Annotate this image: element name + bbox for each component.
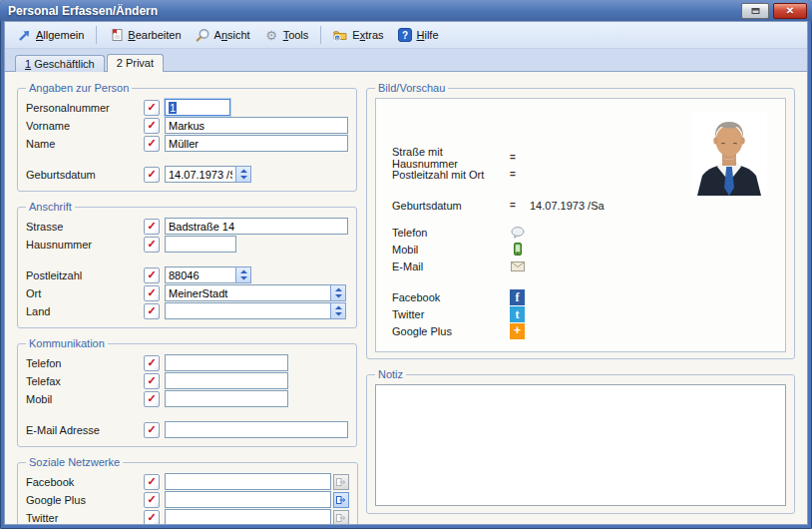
- left-column: Angaben zur Person Personalnummer ✓ 1 Vo…: [17, 82, 354, 516]
- open-link-icon: [336, 495, 346, 505]
- telefon-label: Telefon: [26, 357, 144, 369]
- close-button[interactable]: ✕: [773, 3, 807, 19]
- twitter-input[interactable]: [165, 509, 331, 524]
- check-icon[interactable]: ✓: [144, 510, 160, 525]
- preview-facebook-label: Facebook: [392, 291, 510, 303]
- telefon-input[interactable]: [165, 354, 288, 371]
- tab-geschaeftlich[interactable]: 1 Geschäftlich: [15, 55, 105, 72]
- group-kommunikation: Kommunikation Telefon ✓ Telefax ✓ Mobil …: [17, 337, 357, 447]
- group-title: Anschrift: [26, 201, 75, 213]
- twitter-label: Twitter: [26, 512, 144, 524]
- check-icon[interactable]: ✓: [144, 474, 160, 490]
- check-icon[interactable]: ✓: [144, 373, 160, 389]
- preview-twitter-label: Twitter: [392, 308, 510, 320]
- toolbar-allgemein[interactable]: Allgemein: [11, 26, 90, 45]
- toolbar-ansicht[interactable]: Ansicht: [190, 26, 256, 45]
- preview-geburtsdatum-label: Geburtsdatum: [392, 200, 510, 212]
- toolbar-separator: [320, 26, 321, 44]
- land-label: Land: [26, 305, 144, 317]
- geburtsdatum-spinner[interactable]: [235, 166, 251, 183]
- phone-bubble-icon: [510, 225, 526, 241]
- folder-icon: o: [333, 28, 348, 43]
- preview-plz-ort-label: Postleitzahl mit Ort: [392, 169, 510, 181]
- tab-strip: 1 Geschäftlich 2 Privat: [5, 49, 807, 71]
- spinner-icon: [334, 305, 343, 316]
- check-icon[interactable]: ✓: [144, 355, 160, 371]
- tab-privat[interactable]: 2 Privat: [107, 54, 164, 72]
- postleitzahl-input[interactable]: [165, 266, 236, 283]
- email-adresse-input[interactable]: [165, 421, 348, 438]
- facebook-input[interactable]: [165, 473, 331, 490]
- preview-strasse-label: Straße mit Hausnummer: [392, 146, 510, 170]
- tab-content-privat: Angaben zur Person Personalnummer ✓ 1 Vo…: [5, 71, 807, 524]
- facebook-open-button[interactable]: [333, 474, 349, 490]
- toolbar-bearbeiten[interactable]: Bearbeiten: [103, 26, 187, 45]
- group-angaben-zur-person: Angaben zur Person Personalnummer ✓ 1 Vo…: [17, 82, 357, 192]
- mobile-phone-icon: [510, 242, 526, 258]
- check-icon[interactable]: ✓: [144, 219, 160, 235]
- geburtsdatum-label: Geburtsdatum: [26, 169, 144, 181]
- hausnummer-label: Hausnummer: [26, 239, 144, 251]
- facebook-label: Facebook: [26, 476, 144, 488]
- ort-label: Ort: [26, 287, 144, 299]
- google-plus-icon: +: [510, 323, 525, 339]
- check-icon[interactable]: ✓: [144, 391, 160, 407]
- preview-google-plus-label: Google Plus: [392, 325, 510, 337]
- check-icon[interactable]: ✓: [144, 303, 160, 319]
- restore-button[interactable]: [741, 3, 769, 19]
- ort-dropdown-button[interactable]: [330, 284, 346, 301]
- gear-icon: ⚙: [264, 28, 279, 43]
- google-plus-input[interactable]: [165, 491, 331, 508]
- check-icon[interactable]: ✓: [144, 422, 160, 438]
- telefax-label: Telefax: [26, 375, 144, 387]
- check-icon[interactable]: ✓: [144, 237, 160, 253]
- notiz-textarea[interactable]: [375, 384, 786, 506]
- land-input[interactable]: [165, 302, 331, 319]
- vorname-label: Vorname: [26, 120, 144, 132]
- main-toolbar: Allgemein Bearbeiten Ansicht ⚙ Tools: [5, 22, 807, 49]
- geburtsdatum-input[interactable]: [165, 166, 236, 183]
- personalnummer-input[interactable]: 1: [165, 99, 230, 116]
- toolbar-extras[interactable]: o Extras: [327, 26, 389, 45]
- svg-text:?: ?: [402, 30, 408, 41]
- preview-panel: Straße mit Hausnummer = Postleitzahl mit…: [375, 98, 786, 352]
- mobil-label: Mobil: [26, 393, 144, 405]
- check-icon[interactable]: ✓: [144, 136, 160, 152]
- mobil-input[interactable]: [165, 390, 288, 407]
- open-link-icon: [336, 513, 346, 523]
- check-icon[interactable]: ✓: [144, 100, 160, 116]
- restore-icon: [751, 7, 760, 15]
- twitter-open-button[interactable]: [333, 510, 349, 525]
- window-title: Personal Erfassen/Ändern: [8, 4, 737, 18]
- preview-geburtsdatum-value: 14.07.1973 /Sa: [530, 200, 605, 212]
- vorname-input[interactable]: [165, 117, 348, 134]
- telefax-input[interactable]: [165, 372, 288, 389]
- check-icon[interactable]: ✓: [144, 267, 160, 283]
- equals-sign: =: [510, 152, 524, 163]
- hausnummer-input[interactable]: [165, 236, 236, 253]
- strasse-input[interactable]: [165, 218, 348, 235]
- personalnummer-label: Personalnummer: [26, 102, 144, 114]
- toolbar-separator: [96, 26, 97, 44]
- postleitzahl-spinner[interactable]: [235, 266, 251, 283]
- app-window: Personal Erfassen/Ändern ✕ Allgemein: [0, 0, 812, 529]
- group-soziale-netzwerke: Soziale Netzwerke Facebook ✓ Google Plus…: [17, 456, 358, 524]
- check-icon[interactable]: ✓: [144, 492, 160, 508]
- preview-mobil-label: Mobil: [392, 244, 510, 256]
- toolbar-tools[interactable]: ⚙ Tools: [258, 26, 315, 45]
- preview-email-label: E-Mail: [392, 261, 510, 272]
- help-icon: ?: [398, 28, 413, 43]
- group-anschrift: Anschrift Strasse ✓ Hausnummer ✓ Postlei…: [17, 201, 357, 328]
- group-title: Notiz: [375, 368, 406, 380]
- name-input[interactable]: [165, 135, 348, 152]
- open-link-icon: [336, 477, 346, 487]
- ort-input[interactable]: [165, 284, 331, 301]
- check-icon[interactable]: ✓: [144, 167, 160, 183]
- title-bar[interactable]: Personal Erfassen/Ändern ✕: [0, 0, 812, 21]
- toolbar-hilfe[interactable]: ? Hilfe: [392, 26, 445, 45]
- check-icon[interactable]: ✓: [144, 285, 160, 301]
- app-frame: Allgemein Bearbeiten Ansicht ⚙ Tools: [4, 21, 808, 525]
- check-icon[interactable]: ✓: [144, 118, 160, 134]
- google-plus-open-button[interactable]: [333, 492, 349, 508]
- land-dropdown-button[interactable]: [330, 302, 346, 319]
